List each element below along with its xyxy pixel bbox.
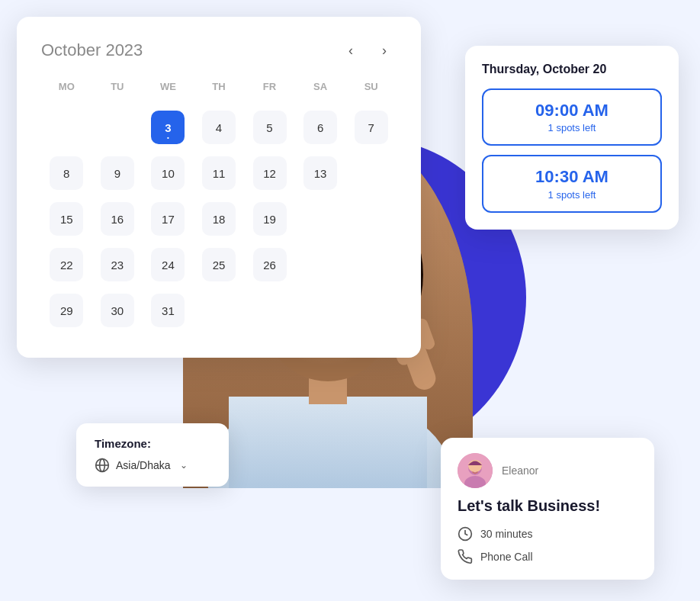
calendar-day-cell[interactable]: 17	[143, 196, 194, 242]
calendar-header: October 2023 ‹ ›	[41, 38, 397, 63]
calendar-day-cell[interactable]: 7	[345, 104, 397, 150]
calendar-day-cell	[345, 242, 397, 288]
timezone-chevron[interactable]: ⌄	[180, 460, 188, 471]
calendar-card: October 2023 ‹ › MOTUWETHFRSASU 34567891…	[17, 17, 421, 358]
weekday-header: TH	[194, 81, 245, 104]
meeting-type: Phone Call	[480, 551, 533, 563]
calendar-day-cell[interactable]: 4	[194, 104, 245, 150]
calendar-day-cell	[345, 150, 397, 196]
weekday-header: FR	[244, 81, 295, 104]
calendar-day-cell[interactable]: 11	[194, 150, 245, 196]
svg-rect-2	[229, 397, 427, 488]
calendar-day-cell	[345, 288, 397, 333]
slot-time: 10:30 AM	[496, 167, 648, 187]
calendar-day-cell[interactable]: 22	[41, 242, 92, 288]
calendar-day-cell[interactable]: 9	[92, 150, 143, 196]
weekday-header: SU	[345, 81, 397, 104]
time-slot[interactable]: 09:00 AM1 spots left	[482, 88, 662, 146]
calendar-day-cell[interactable]: 8	[41, 150, 92, 196]
timezone-card[interactable]: Timezone: Asia/Dhaka ⌄	[76, 423, 229, 487]
calendar-day-cell	[194, 288, 245, 333]
calendar-nav: ‹ ›	[339, 38, 397, 63]
calendar-day-cell[interactable]: 24	[143, 242, 194, 288]
weekday-header: TU	[92, 81, 143, 104]
weekday-header: WE	[143, 81, 194, 104]
timeslot-card: Thursday, October 20 09:00 AM1 spots lef…	[465, 46, 679, 230]
avatar	[458, 453, 493, 488]
timezone-text: Asia/Dhaka	[116, 459, 171, 471]
next-month-button[interactable]: ›	[372, 38, 397, 63]
calendar-day-cell[interactable]: 6	[295, 104, 346, 150]
calendar-day-cell[interactable]: 25	[194, 242, 245, 288]
calendar-day-cell[interactable]: 30	[92, 288, 143, 333]
meeting-header: Eleanor	[458, 453, 637, 488]
phone-icon	[458, 549, 473, 564]
meeting-duration: 30 minutes	[480, 528, 532, 540]
calendar-day-cell[interactable]: 3	[143, 104, 194, 150]
calendar-year: 2023	[105, 40, 143, 59]
time-slot[interactable]: 10:30 AM1 spots left	[482, 155, 662, 212]
slot-spots: 1 spots left	[496, 122, 648, 133]
calendar-day-cell[interactable]: 18	[194, 196, 245, 242]
timeslot-date: Thursday, October 20	[482, 63, 662, 76]
timezone-value: Asia/Dhaka ⌄	[95, 458, 210, 473]
calendar-day-cell[interactable]: 29	[41, 288, 92, 333]
calendar-day-cell[interactable]: 13	[295, 150, 346, 196]
calendar-grid: MOTUWETHFRSASU 3456789101112131516171819…	[41, 81, 397, 333]
weekday-header: SA	[295, 81, 346, 104]
calendar-day-cell[interactable]: 12	[244, 150, 295, 196]
calendar-day-cell[interactable]: 10	[143, 150, 194, 196]
slot-time: 09:00 AM	[496, 101, 648, 121]
prev-month-button[interactable]: ‹	[339, 38, 363, 63]
meeting-type-row: Phone Call	[458, 549, 637, 564]
clock-icon	[458, 526, 473, 542]
weekday-header: MO	[41, 81, 92, 104]
calendar-day-cell[interactable]: 23	[92, 242, 143, 288]
meeting-host-name: Eleanor	[502, 464, 538, 477]
calendar-day-cell	[244, 288, 295, 333]
calendar-day-cell	[295, 196, 346, 242]
calendar-day-cell	[92, 104, 143, 150]
timezone-label: Timezone:	[95, 437, 210, 450]
calendar-day-cell[interactable]: 16	[92, 196, 143, 242]
calendar-day-cell	[41, 104, 92, 150]
globe-icon	[95, 458, 110, 473]
meeting-card: Eleanor Let's talk Business! 30 minutes …	[441, 438, 654, 580]
meeting-duration-row: 30 minutes	[458, 526, 637, 542]
calendar-day-cell[interactable]: 26	[244, 242, 295, 288]
calendar-day-cell	[295, 242, 346, 288]
meeting-title: Let's talk Business!	[458, 496, 637, 516]
calendar-day-cell[interactable]: 19	[244, 196, 295, 242]
calendar-day-cell	[345, 196, 397, 242]
calendar-day-cell[interactable]: 15	[41, 196, 92, 242]
calendar-day-cell[interactable]: 5	[244, 104, 295, 150]
calendar-title: October 2023	[41, 40, 143, 60]
slot-spots: 1 spots left	[496, 189, 648, 201]
calendar-day-cell[interactable]: 31	[143, 288, 194, 333]
calendar-month: October	[41, 40, 101, 59]
calendar-day-cell	[295, 288, 346, 333]
